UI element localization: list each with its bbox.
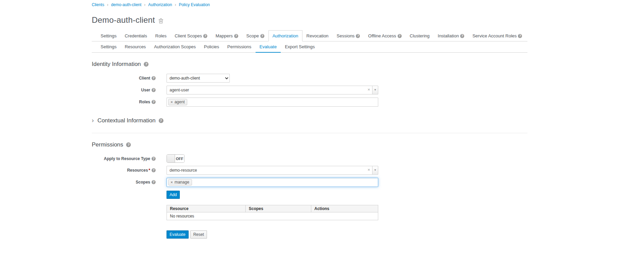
tab-installation[interactable]: Installation?: [434, 30, 468, 41]
label-text: Client: [139, 76, 150, 81]
breadcrumb-clients[interactable]: Clients: [92, 2, 104, 7]
subtab-authorization-scopes[interactable]: Authorization Scopes: [150, 41, 200, 53]
chevron-down-icon: ▼: [374, 89, 377, 91]
resources-select[interactable]: demo-resource × ▼: [167, 166, 378, 175]
tab-offline-access[interactable]: Offline Access?: [364, 30, 405, 41]
main-tabs: Settings Credentials Roles Client Scopes…: [92, 30, 527, 41]
help-icon: ?: [126, 142, 131, 147]
label-text: Scopes: [136, 180, 150, 185]
user-select-value: agent-user: [167, 86, 366, 94]
help-icon: ?: [152, 88, 156, 92]
apply-to-resource-type-toggle[interactable]: OFF: [167, 154, 185, 163]
reset-button[interactable]: Reset: [190, 230, 207, 239]
add-button[interactable]: Add: [167, 191, 180, 199]
clear-resource-icon[interactable]: ×: [366, 166, 372, 174]
identity-information-section: Identity Information ? Client? demo-auth…: [92, 61, 527, 107]
user-dropdown-button[interactable]: ▼: [372, 86, 378, 94]
remove-tag-icon[interactable]: ×: [171, 100, 173, 104]
user-form-group: User? agent-user × ▼: [92, 86, 527, 94]
resources-dropdown-button[interactable]: ▼: [372, 166, 378, 174]
roles-form-group: Roles? × agent: [92, 98, 527, 107]
breadcrumb-separator-icon: ›: [175, 2, 176, 7]
help-icon: ?: [518, 34, 522, 38]
tab-label: Authorization: [273, 33, 298, 38]
user-label: User?: [92, 86, 156, 92]
tab-mappers[interactable]: Mappers?: [211, 30, 242, 41]
help-icon: ?: [144, 62, 149, 67]
remove-tag-icon[interactable]: ×: [171, 180, 173, 184]
delete-client-trash-icon[interactable]: [158, 18, 163, 23]
tab-label: Service Account Roles: [472, 33, 517, 38]
tab-label: Sessions: [337, 33, 355, 38]
resources-form-group: Resources*? demo-resource × ▼: [92, 166, 527, 175]
tab-client-scopes[interactable]: Client Scopes?: [171, 30, 211, 41]
identity-information-heading: Identity Information ?: [92, 61, 527, 68]
scopes-input[interactable]: [193, 179, 377, 186]
form-actions: Evaluate Reset: [167, 230, 527, 239]
scopes-label: Scopes?: [92, 178, 156, 185]
help-icon: ?: [152, 168, 156, 172]
tab-label: Settings: [101, 33, 117, 38]
breadcrumb: Clients › demo-auth-client › Authorizati…: [92, 2, 527, 7]
breadcrumb-authorization[interactable]: Authorization: [148, 2, 172, 7]
breadcrumb-policy-evaluation[interactable]: Policy Evaluation: [179, 2, 210, 7]
label-text: Roles: [139, 100, 150, 104]
empty-table-message: No resources: [167, 212, 378, 220]
contextual-information-toggle[interactable]: › Contextual Information ?: [92, 117, 527, 124]
scopes-form-group: Scopes? × manage: [92, 178, 527, 187]
subtab-permissions[interactable]: Permissions: [223, 41, 256, 53]
tab-credentials[interactable]: Credentials: [121, 30, 151, 41]
client-select[interactable]: demo-auth-client: [167, 74, 230, 83]
evaluate-button[interactable]: Evaluate: [167, 230, 189, 239]
tab-scope[interactable]: Scope?: [242, 30, 268, 41]
label-text: Resources: [127, 168, 148, 173]
page-title: Demo-auth-client: [92, 15, 155, 25]
tab-label: Mappers: [215, 33, 233, 38]
contextual-information-section: › Contextual Information ?: [92, 117, 527, 124]
tab-label: Client Scopes: [175, 33, 202, 38]
breadcrumb-separator-icon: ›: [107, 2, 108, 7]
section-title-text: Identity Information: [92, 61, 141, 67]
table-row: No resources: [167, 212, 378, 220]
client-form-group: Client? demo-auth-client: [92, 74, 527, 83]
help-icon: ?: [203, 34, 207, 38]
title-row: Demo-auth-client: [92, 15, 527, 25]
roles-label: Roles?: [92, 98, 156, 104]
tab-settings[interactable]: Settings: [97, 30, 121, 41]
add-row: Add: [167, 191, 527, 199]
tab-label: Installation: [438, 33, 459, 38]
tag-label: manage: [174, 180, 189, 185]
tab-label: Clustering: [410, 33, 430, 38]
apply-to-resource-type-form-group: Apply to Resource Type? OFF: [92, 154, 527, 163]
help-icon: ?: [159, 118, 163, 123]
toggle-state-label: OFF: [175, 155, 184, 162]
user-select[interactable]: agent-user × ▼: [167, 86, 378, 94]
section-title-text: Permissions: [92, 141, 123, 148]
subtab-evaluate[interactable]: Evaluate: [256, 41, 281, 53]
tab-sessions[interactable]: Sessions?: [333, 30, 364, 41]
roles-multiselect[interactable]: × agent: [167, 98, 378, 107]
column-header-actions: Actions: [311, 205, 378, 212]
tab-label: Offline Access: [368, 33, 396, 38]
toggle-handle: [167, 155, 175, 162]
scopes-multiselect[interactable]: × manage: [167, 178, 378, 187]
tab-revocation[interactable]: Revocation: [302, 30, 333, 41]
clear-user-icon[interactable]: ×: [366, 86, 372, 94]
tab-service-account-roles[interactable]: Service Account Roles?: [468, 30, 526, 41]
policy-evaluation-page: Clients › demo-auth-client › Authorizati…: [92, 0, 527, 239]
tab-roles[interactable]: Roles: [151, 30, 171, 41]
subtab-policies[interactable]: Policies: [200, 41, 223, 53]
help-icon: ?: [152, 180, 156, 184]
help-icon: ?: [398, 34, 402, 38]
breadcrumb-demo-auth-client[interactable]: demo-auth-client: [111, 2, 141, 7]
tab-clustering[interactable]: Clustering: [406, 30, 434, 41]
subtab-export-settings[interactable]: Export Settings: [281, 41, 319, 53]
resources-label: Resources*?: [92, 166, 156, 173]
help-icon: ?: [152, 157, 156, 161]
tab-label: Roles: [155, 33, 167, 38]
authorization-sub-tabs: Settings Resources Authorization Scopes …: [92, 41, 527, 53]
tab-authorization[interactable]: Authorization: [268, 30, 302, 41]
subtab-settings[interactable]: Settings: [97, 41, 121, 53]
subtab-resources[interactable]: Resources: [121, 41, 150, 53]
help-icon: ?: [152, 100, 156, 104]
